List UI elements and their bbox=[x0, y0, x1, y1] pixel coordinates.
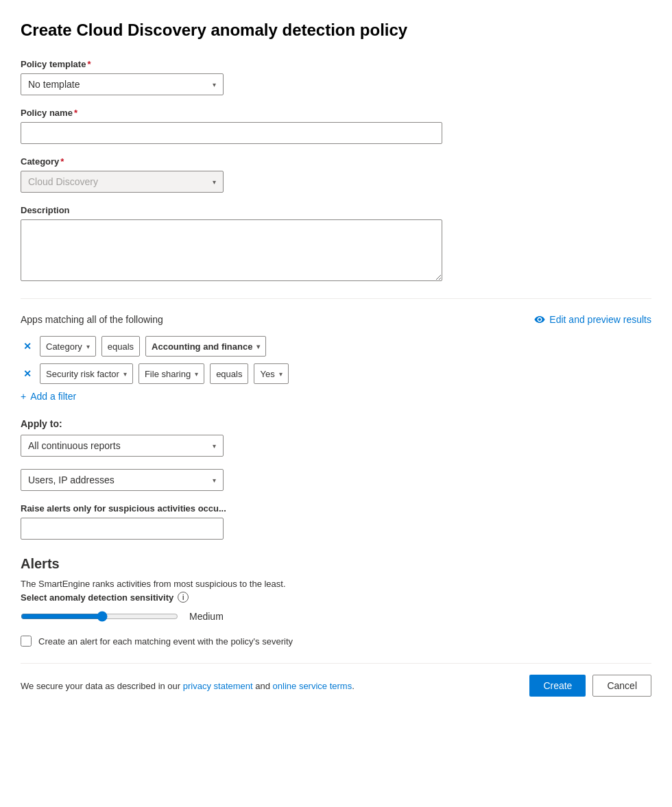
apply-to-label: Apply to: bbox=[21, 418, 651, 429]
chevron-down-icon: ▾ bbox=[213, 477, 216, 484]
privacy-statement-link[interactable]: privacy statement bbox=[183, 681, 253, 691]
section-divider bbox=[21, 298, 651, 299]
chevron-down-icon: ▾ bbox=[213, 178, 216, 186]
create-button[interactable]: Create bbox=[529, 675, 586, 697]
reports-dropdown-group: All continuous reports ▾ bbox=[21, 435, 651, 457]
chevron-down-icon: ▾ bbox=[279, 370, 283, 378]
description-group: Description bbox=[21, 205, 651, 283]
users-dropdown-group: Users, IP addresses ▾ bbox=[21, 469, 651, 491]
info-icon[interactable]: i bbox=[178, 592, 189, 603]
filter-remove-icon-1[interactable]: ✕ bbox=[21, 341, 34, 352]
apps-section-title: Apps matching all of the following bbox=[21, 314, 163, 325]
chevron-down-icon: ▾ bbox=[86, 343, 90, 350]
filter-operator-2: equals bbox=[210, 363, 248, 384]
edit-preview-button[interactable]: Edit and preview results bbox=[534, 314, 651, 325]
policy-name-group: Policy name* File sharing anomalies in f… bbox=[21, 108, 651, 144]
category-dropdown: Cloud Discovery ▾ bbox=[21, 171, 224, 193]
raise-alerts-input[interactable]: 01/01/2023 bbox=[21, 518, 224, 540]
filter-row-2: ✕ Security risk factor ▾ File sharing ▾ … bbox=[21, 363, 651, 384]
alerts-title: Alerts bbox=[21, 556, 651, 572]
description-label: Description bbox=[21, 205, 651, 215]
filter-field-2[interactable]: Security risk factor ▾ bbox=[40, 363, 133, 384]
chevron-down-icon: ▾ bbox=[195, 370, 198, 378]
alerts-sensitivity-label: Select anomaly detection sensitivity i bbox=[21, 592, 651, 603]
filter-subfield-2[interactable]: File sharing ▾ bbox=[139, 363, 204, 384]
checkbox-row: Create an alert for each matching event … bbox=[21, 636, 651, 647]
add-filter-label: Add a filter bbox=[30, 391, 76, 402]
apps-section-header: Apps matching all of the following Edit … bbox=[21, 314, 651, 325]
online-service-terms-link[interactable]: online service terms bbox=[273, 681, 352, 691]
footer-buttons: Create Cancel bbox=[529, 675, 651, 697]
users-dropdown[interactable]: Users, IP addresses ▾ bbox=[21, 469, 224, 491]
filter-field-label-1: Category bbox=[46, 341, 82, 352]
policy-name-label: Policy name* bbox=[21, 108, 651, 118]
alert-checkbox[interactable] bbox=[21, 636, 32, 647]
filter-row-1: ✕ Category ▾ equals Accounting and finan… bbox=[21, 336, 651, 357]
raise-alerts-group: Raise alerts only for suspicious activit… bbox=[21, 503, 651, 540]
chevron-down-icon: ▾ bbox=[256, 343, 260, 350]
alerts-section: Alerts The SmartEngine ranks activities … bbox=[21, 556, 651, 647]
add-filter-button[interactable]: + Add a filter bbox=[21, 391, 651, 402]
plus-icon: + bbox=[21, 391, 26, 402]
chevron-down-icon: ▾ bbox=[213, 442, 216, 450]
cancel-button[interactable]: Cancel bbox=[592, 675, 651, 697]
filter-remove-icon-2[interactable]: ✕ bbox=[21, 368, 34, 379]
policy-template-group: Policy template* No template ▾ bbox=[21, 59, 651, 95]
raise-alerts-label: Raise alerts only for suspicious activit… bbox=[21, 503, 651, 514]
category-label: Category* bbox=[21, 156, 651, 167]
policy-template-dropdown[interactable]: No template ▾ bbox=[21, 73, 224, 95]
chevron-down-icon: ▾ bbox=[213, 81, 216, 88]
filter-value-label-2: Yes bbox=[260, 369, 274, 379]
alerts-desc-1: The SmartEngine ranks activities from mo… bbox=[21, 579, 651, 589]
slider-row: Medium bbox=[21, 611, 651, 622]
filter-value-label-1: Accounting and finance bbox=[152, 341, 252, 352]
eye-icon bbox=[534, 314, 545, 325]
filter-field-label-2: Security risk factor bbox=[46, 369, 119, 379]
alert-checkbox-label: Create an alert for each matching event … bbox=[38, 636, 293, 647]
filter-operator-1: equals bbox=[101, 336, 140, 357]
category-group: Category* Cloud Discovery ▾ bbox=[21, 156, 651, 193]
chevron-down-icon: ▾ bbox=[123, 370, 127, 378]
sensitivity-slider[interactable] bbox=[21, 611, 178, 622]
filter-value-1[interactable]: Accounting and finance ▾ bbox=[145, 336, 266, 357]
filter-subfield-label-2: File sharing bbox=[145, 369, 191, 379]
footer-text: We secure your data as described in our … bbox=[21, 681, 355, 691]
policy-template-label: Policy template* bbox=[21, 59, 651, 69]
filter-field-1[interactable]: Category ▾ bbox=[40, 336, 96, 357]
slider-value: Medium bbox=[189, 611, 224, 622]
filter-value-2[interactable]: Yes ▾ bbox=[254, 363, 288, 384]
policy-name-input[interactable]: File sharing anomalies in finance apps bbox=[21, 122, 442, 144]
description-input[interactable] bbox=[21, 219, 442, 281]
page-title: Create Cloud Discovery anomaly detection… bbox=[21, 21, 651, 40]
footer: We secure your data as described in our … bbox=[21, 663, 651, 697]
reports-dropdown[interactable]: All continuous reports ▾ bbox=[21, 435, 224, 457]
apply-to-section: Apply to: All continuous reports ▾ Users… bbox=[21, 418, 651, 491]
